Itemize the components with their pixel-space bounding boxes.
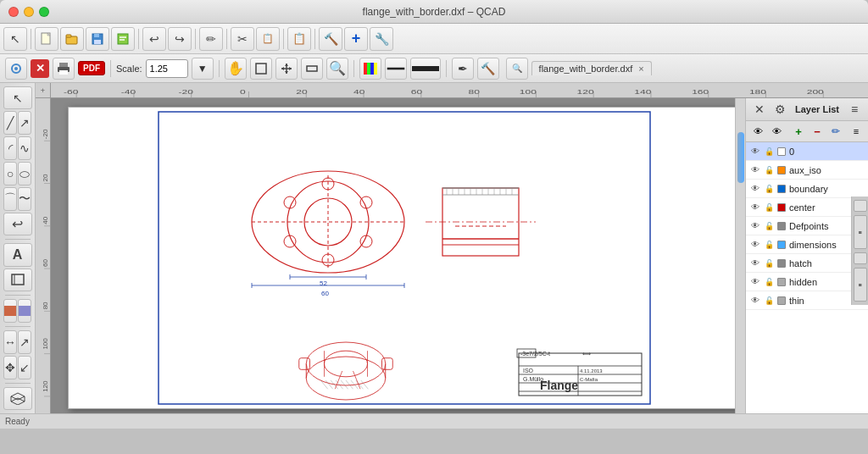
- toolbar-separator-4: [226, 29, 227, 49]
- hook-tool[interactable]: ↩: [3, 213, 32, 235]
- toolbar-separator-5: [283, 29, 284, 49]
- layer-item[interactable]: 👁 🔓 0: [746, 142, 868, 161]
- mini-panel-btn-2[interactable]: [854, 252, 867, 264]
- eye-all-button[interactable]: 👁: [749, 123, 766, 140]
- ellipse-tool[interactable]: ⬭: [18, 162, 31, 185]
- svg-marker-36: [11, 398, 25, 405]
- layer-panel-header: ✕ ⚙ Layer List ≡: [746, 98, 868, 121]
- pen-tool-button[interactable]: ✒: [452, 58, 474, 80]
- svg-rect-66: [36, 98, 51, 413]
- print-button[interactable]: [53, 58, 75, 80]
- minimize-button[interactable]: [24, 7, 34, 17]
- file-tab[interactable]: flange_with_border.dxf ×: [531, 61, 652, 75]
- cursor-tool[interactable]: ↙: [18, 356, 31, 379]
- tab-close-btn[interactable]: ×: [638, 64, 643, 74]
- layer-color-swatch: [777, 259, 786, 268]
- vertical-scrollbar[interactable]: [735, 98, 745, 413]
- edit-button[interactable]: [111, 27, 135, 51]
- layer-item[interactable]: 👁 🔓 center: [746, 198, 868, 217]
- move-tool[interactable]: ✥: [3, 356, 17, 379]
- circle-tool[interactable]: ○: [3, 162, 17, 185]
- layer-panel-settings-button[interactable]: ⚙: [771, 101, 788, 118]
- ruler-horizontal-row: + -60 -40 -20 0 20 40 60 80 100 120 140 …: [36, 83, 868, 98]
- svg-rect-15: [256, 64, 266, 74]
- layer-color-swatch: [777, 296, 786, 305]
- draw-button[interactable]: ✏: [199, 27, 223, 51]
- layer-item[interactable]: 👁 🔓 aux_iso: [746, 161, 868, 180]
- svg-rect-22: [307, 66, 317, 71]
- new-file-button[interactable]: [35, 27, 58, 51]
- line-tool[interactable]: ╱: [3, 111, 17, 135]
- edit-layer-button[interactable]: ✏: [827, 123, 844, 140]
- svg-point-120: [306, 342, 386, 385]
- layer-item[interactable]: 👁 🔓 hatch: [746, 254, 868, 273]
- dim-linear-tool[interactable]: ↔: [3, 330, 17, 354]
- vertical-ruler: -20 20 40 60 80 100 120: [36, 98, 51, 413]
- text-tool[interactable]: A: [3, 243, 32, 266]
- layer-item[interactable]: 👁 🔓 hidden: [746, 273, 868, 291]
- layer-settings-button[interactable]: ≡: [848, 123, 865, 140]
- line-style-btn1[interactable]: [385, 58, 407, 80]
- color-button[interactable]: [359, 58, 381, 80]
- hammer2-button[interactable]: 🔨: [477, 58, 499, 80]
- drawing-svg: 52 60: [69, 108, 740, 408]
- svg-marker-19: [285, 71, 288, 74]
- save-file-button[interactable]: [86, 27, 109, 51]
- bezier-tool[interactable]: ⌒: [3, 187, 17, 211]
- dim-angular-tool[interactable]: ↗: [18, 330, 31, 354]
- move-button[interactable]: [275, 58, 298, 80]
- svg-point-124: [325, 351, 368, 377]
- lt-separator-1: [5, 239, 31, 240]
- layer-item[interactable]: 👁 🔓 thin: [746, 291, 868, 310]
- view-toggle-button[interactable]: [301, 58, 323, 80]
- undo-button[interactable]: ↩: [142, 27, 166, 51]
- zoom-button[interactable]: 🔍: [326, 58, 348, 80]
- add-layer-button[interactable]: +: [790, 123, 807, 140]
- svg-rect-31: [4, 306, 16, 316]
- close-file-button[interactable]: ✕: [31, 59, 49, 78]
- close-button[interactable]: [8, 7, 19, 17]
- clipboard-button[interactable]: 📋: [287, 27, 311, 51]
- copy-button[interactable]: 📋: [256, 27, 280, 51]
- remove-layer-button[interactable]: −: [809, 123, 826, 140]
- scale-dropdown-button[interactable]: ▼: [192, 58, 214, 80]
- arc-tool[interactable]: ◜: [3, 136, 17, 160]
- vertical-scrollbar-thumb[interactable]: [737, 132, 744, 183]
- spline-tool[interactable]: 〜: [18, 187, 31, 211]
- view-button[interactable]: [5, 58, 27, 80]
- layer-panel-expand-button[interactable]: ≡: [846, 101, 863, 118]
- arrow-tool[interactable]: ↖: [3, 86, 32, 109]
- curve-tool[interactable]: ∿: [18, 136, 31, 160]
- image-tool[interactable]: [18, 299, 31, 323]
- polyline-tool[interactable]: ↗: [18, 111, 31, 135]
- rectangle-button[interactable]: [250, 58, 272, 80]
- layer-item[interactable]: 👁 🔓 Defpoints: [746, 217, 868, 235]
- wrench-button[interactable]: 🔧: [370, 27, 393, 51]
- 3d-tool[interactable]: [3, 387, 32, 410]
- redo-button[interactable]: ↪: [168, 27, 192, 51]
- status-text: Ready: [5, 417, 30, 426]
- line-style-btn2[interactable]: [410, 58, 441, 80]
- hammer-button[interactable]: 🔨: [319, 27, 342, 51]
- layer-item[interactable]: 👁 🔓 dimensions: [746, 235, 868, 254]
- window-controls: [8, 7, 49, 17]
- scale-input[interactable]: [146, 59, 188, 78]
- drawing-canvas[interactable]: 52 60: [51, 98, 745, 413]
- pdf-button[interactable]: PDF: [78, 61, 105, 75]
- hatch-tool[interactable]: [3, 299, 17, 323]
- pan-button[interactable]: ✋: [225, 58, 247, 80]
- cut-button[interactable]: ✂: [231, 27, 254, 51]
- select-tool-button[interactable]: ↖: [3, 27, 27, 51]
- layer-panel-close-button[interactable]: ✕: [751, 101, 768, 118]
- maximize-button[interactable]: [39, 7, 49, 17]
- layer-item[interactable]: 👁 🔓 boundary: [746, 180, 868, 198]
- mini-panel-display: ≡: [854, 215, 867, 249]
- eye-toggle-button[interactable]: 👁: [768, 123, 785, 140]
- open-file-button[interactable]: [60, 27, 84, 51]
- mini-panel-btn-1[interactable]: [854, 200, 867, 212]
- svg-rect-28: [412, 66, 439, 71]
- plus-button[interactable]: +: [344, 27, 368, 51]
- layer-color-swatch: [777, 147, 786, 156]
- search-tab-button[interactable]: 🔍: [506, 58, 528, 80]
- frame-tool[interactable]: [3, 269, 32, 291]
